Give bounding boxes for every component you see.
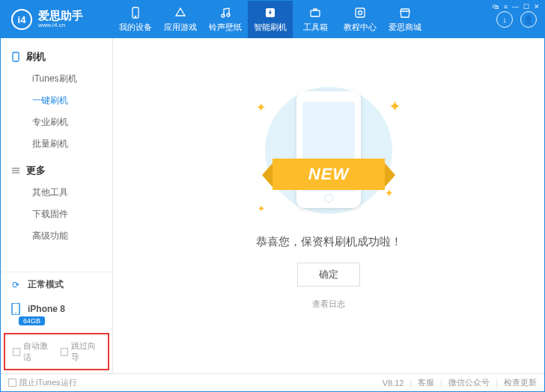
sidebar-section-head[interactable]: 刷机 — [1, 46, 112, 68]
music-icon — [219, 6, 232, 19]
sidebar-section-head[interactable]: 更多 — [1, 159, 112, 182]
sidebar-item[interactable]: 其他工具 — [1, 182, 112, 203]
auto-activate-checkbox[interactable]: 自动激活 — [13, 340, 53, 363]
nav-label: 我的设备 — [119, 22, 152, 33]
section-title: 更多 — [26, 164, 46, 177]
top-nav: 我的设备应用游戏铃声壁纸智能刷机工具箱教程中心爱思商城 — [113, 1, 427, 38]
nav-label: 工具箱 — [303, 22, 328, 33]
phone-device-icon — [10, 303, 22, 315]
store-icon — [398, 6, 412, 19]
maximize-button[interactable]: ☐ — [523, 3, 529, 10]
svg-point-2 — [222, 14, 225, 17]
phone-icon — [129, 6, 142, 19]
success-message: 恭喜您，保资料刷机成功啦！ — [256, 235, 402, 249]
window-controls: 🛍 ≡ — ☐ ✕ — [493, 3, 540, 10]
nav-item-book[interactable]: 教程中心 — [338, 1, 383, 38]
success-illustration: NEW ✦ ✦ ✦ ✦ — [243, 79, 415, 221]
sidebar-item[interactable]: 下载固件 — [1, 203, 112, 225]
section-icon — [11, 166, 22, 175]
nav-label: 爱思商城 — [389, 22, 421, 33]
device-mode-label: 正常模式 — [28, 278, 64, 291]
check-update-link[interactable]: 检查更新 — [504, 377, 537, 388]
sidebar-item[interactable]: 高级功能 — [1, 225, 112, 247]
support-link[interactable]: 客服 — [418, 377, 434, 388]
sidebar-item[interactable]: iTunes刷机 — [1, 68, 112, 90]
nav-item-music[interactable]: 铃声壁纸 — [203, 1, 248, 38]
sidebar: 刷机iTunes刷机一键刷机专业刷机批量刷机更多其他工具下载固件高级功能 ⟳ 正… — [1, 38, 113, 373]
wechat-link[interactable]: 微信公众号 — [448, 377, 490, 388]
version-label: V8.12 — [383, 379, 404, 388]
flash-icon — [264, 6, 277, 19]
svg-point-1 — [135, 16, 136, 16]
logo-title: 爱思助手 — [38, 10, 83, 22]
activation-options: 自动激活 跳过向导 — [4, 333, 109, 370]
nav-item-app[interactable]: 应用游戏 — [158, 1, 203, 38]
account-icon[interactable]: 👤 — [520, 11, 537, 28]
app-icon — [174, 6, 187, 19]
sparkle-icon: ✦ — [256, 100, 266, 114]
status-bar: 阻止iTunes运行 V8.12 | 客服 | 微信公众号 | 检查更新 — [1, 373, 544, 391]
cart-icon[interactable]: 🛍 — [493, 3, 499, 10]
menu-icon[interactable]: ≡ — [504, 3, 508, 10]
sparkle-icon: ✦ — [258, 203, 265, 214]
svg-rect-5 — [311, 10, 320, 16]
new-banner: NEW — [272, 159, 385, 190]
svg-rect-6 — [356, 8, 365, 17]
device-capacity-badge: 64GB — [19, 316, 45, 325]
phone-illustration-icon — [296, 91, 361, 208]
svg-point-3 — [227, 13, 230, 16]
main-content: NEW ✦ ✦ ✦ ✦ 恭喜您，保资料刷机成功啦！ 确定 查看日志 — [113, 38, 544, 373]
minimize-button[interactable]: — — [512, 3, 519, 10]
nav-item-store[interactable]: 爱思商城 — [383, 1, 427, 38]
device-name: iPhone 8 — [28, 304, 65, 314]
nav-label: 铃声壁纸 — [209, 22, 242, 33]
section-title: 刷机 — [26, 50, 46, 64]
svg-point-7 — [359, 11, 362, 15]
sparkle-icon: ✦ — [389, 97, 401, 115]
block-itunes-checkbox[interactable]: 阻止iTunes运行 — [8, 377, 77, 388]
close-button[interactable]: ✕ — [534, 3, 540, 10]
svg-point-13 — [15, 313, 16, 314]
confirm-button[interactable]: 确定 — [297, 263, 360, 287]
skip-guide-checkbox[interactable]: 跳过向导 — [61, 340, 101, 363]
nav-item-toolbox[interactable]: 工具箱 — [293, 1, 338, 38]
logo-subtitle: www.i4.cn — [38, 22, 83, 29]
device-row[interactable]: iPhone 8 — [1, 297, 112, 315]
refresh-icon: ⟳ — [10, 279, 22, 291]
nav-label: 应用游戏 — [164, 22, 197, 33]
app-header: 🛍 ≡ — ☐ ✕ i4 爱思助手 www.i4.cn 我的设备应用游戏铃声壁纸… — [1, 1, 544, 38]
toolbox-icon — [308, 6, 322, 19]
nav-item-phone[interactable]: 我的设备 — [113, 1, 158, 38]
svg-rect-8 — [13, 52, 19, 61]
sidebar-item[interactable]: 专业刷机 — [1, 111, 112, 133]
sidebar-item[interactable]: 一键刷机 — [1, 90, 112, 111]
logo-block[interactable]: i4 爱思助手 www.i4.cn — [1, 9, 113, 30]
sidebar-item[interactable]: 批量刷机 — [1, 133, 112, 155]
sparkle-icon: ✦ — [385, 187, 394, 199]
nav-label: 智能刷机 — [254, 22, 287, 33]
nav-item-flash[interactable]: 智能刷机 — [248, 1, 293, 38]
book-icon — [353, 6, 367, 19]
section-icon — [11, 52, 22, 62]
logo-icon: i4 — [11, 9, 32, 30]
nav-label: 教程中心 — [344, 22, 377, 33]
download-indicator-icon[interactable]: ↓ — [496, 11, 513, 28]
device-mode-row[interactable]: ⟳ 正常模式 — [1, 272, 112, 297]
view-log-link[interactable]: 查看日志 — [312, 298, 345, 310]
